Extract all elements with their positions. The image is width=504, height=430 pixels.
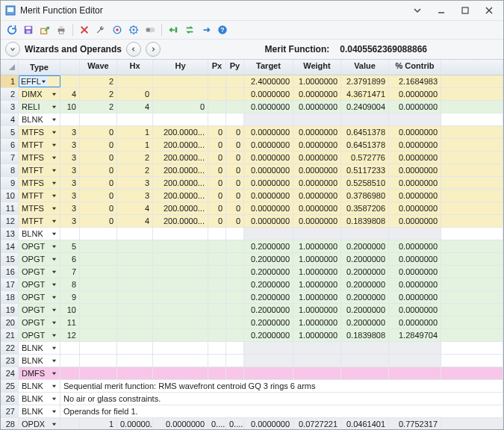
p1-cell[interactable]: 10 (60, 304, 80, 316)
close-button[interactable] (479, 4, 499, 17)
col-p1[interactable] (60, 60, 80, 75)
p1-cell[interactable]: 4 (60, 88, 80, 100)
px-cell[interactable]: 0 (208, 202, 226, 214)
row-number[interactable]: 20 (1, 317, 19, 328)
target-cell[interactable]: 0.2000000 (244, 291, 293, 303)
type-cell[interactable]: MTFS (19, 152, 60, 163)
weight-cell[interactable]: 1.0000000 (293, 266, 341, 278)
comment-cell[interactable]: Sequential merit function: RMS wavefront… (60, 380, 503, 392)
weight-cell[interactable]: 1.0000000 (293, 291, 341, 303)
next-button[interactable] (146, 42, 161, 57)
wave-cell[interactable] (80, 266, 117, 278)
save-icon[interactable] (22, 23, 35, 37)
value-cell[interactable]: 0.2409004 (341, 101, 389, 113)
row-number[interactable]: 10 (1, 190, 19, 202)
hy-cell[interactable] (153, 240, 208, 252)
weight-cell[interactable]: 1.0000000 (293, 253, 341, 265)
table-row[interactable]: 23BLNK (1, 355, 503, 367)
hy-cell[interactable]: 200.0000... (153, 202, 208, 214)
type-cell[interactable]: MTFT (19, 139, 60, 151)
row-number[interactable]: 15 (1, 253, 19, 265)
wave-cell[interactable]: 0 (80, 202, 117, 214)
type-cell[interactable]: OPGT (19, 240, 60, 252)
px-cell[interactable] (208, 329, 226, 341)
target-cell[interactable]: 0.2000000 (244, 304, 293, 316)
hy-cell[interactable] (153, 266, 208, 278)
px-cell[interactable]: 0 (208, 177, 226, 189)
value-cell[interactable]: 0.6451378 (341, 126, 389, 138)
delete-icon[interactable] (78, 23, 91, 37)
p1-cell[interactable]: 8 (60, 278, 80, 290)
contrib-cell[interactable]: 0.0000000 (389, 240, 441, 252)
row-number[interactable]: 28 (1, 418, 19, 429)
table-row[interactable]: 15OPGT60.20000001.00000000.20000000.0000… (1, 253, 503, 266)
row-number[interactable]: 5 (1, 126, 19, 138)
target-cell[interactable]: 0.2000000 (244, 253, 293, 265)
go-end-icon[interactable] (199, 23, 213, 37)
col-type[interactable]: Type (19, 60, 60, 75)
hy-cell[interactable]: 0.0000000 (153, 418, 208, 429)
py-cell[interactable] (226, 101, 244, 113)
hx-cell[interactable]: 2 (117, 164, 153, 176)
table-row[interactable]: 20OPGT110.20000001.00000000.20000000.000… (1, 317, 503, 329)
refresh-icon[interactable] (5, 23, 19, 37)
px-cell[interactable] (208, 88, 226, 100)
target-cell[interactable]: 0.0000000 (244, 418, 293, 429)
col-contrib[interactable]: % Contrib (389, 60, 441, 75)
wave-cell[interactable]: 0 (80, 190, 117, 202)
value-cell[interactable]: 2.3791899 (341, 75, 389, 87)
contrib-cell[interactable]: 0.0000000 (389, 266, 441, 278)
type-cell[interactable]: OPGT (19, 266, 60, 278)
px-cell[interactable] (208, 253, 226, 265)
type-cell[interactable]: MTFS (19, 177, 60, 189)
type-cell[interactable]: OPGT (19, 278, 60, 290)
contrib-cell[interactable]: 0.0000000 (389, 253, 441, 265)
weight-cell[interactable]: 1.0000000 (293, 317, 341, 328)
weight-cell[interactable]: 0.0000000 (293, 126, 341, 138)
target-cell[interactable]: 0.0000000 (244, 101, 293, 113)
row-number[interactable]: 3 (1, 101, 19, 113)
type-cell[interactable]: OPGT (19, 329, 60, 341)
py-cell[interactable] (226, 88, 244, 100)
p1-cell[interactable]: 3 (60, 139, 80, 151)
row-number[interactable]: 13 (1, 228, 19, 240)
py-cell[interactable]: 0 (226, 139, 244, 151)
type-cell[interactable]: OPGT (19, 253, 60, 265)
table-row[interactable]: 10MTFT303200.0000...000.00000000.0000000… (1, 190, 503, 202)
value-cell[interactable]: 0.2000000 (341, 253, 389, 265)
swap-icon[interactable] (183, 23, 196, 37)
weight-cell[interactable]: 1.0000000 (293, 240, 341, 252)
prev-button[interactable] (126, 42, 141, 57)
hx-cell[interactable]: 3 (117, 177, 153, 189)
table-row[interactable]: 18OPGT90.20000001.00000000.20000000.0000… (1, 291, 503, 304)
hx-cell[interactable]: 0.00000... (117, 418, 153, 429)
px-cell[interactable]: 0 (208, 215, 226, 227)
table-row[interactable]: 2DIMX4200.00000000.00000004.36714710.000… (1, 88, 503, 101)
contrib-cell[interactable]: 0.0000000 (389, 152, 441, 163)
py-cell[interactable]: 0 (226, 215, 244, 227)
weight-cell[interactable]: 1.0000000 (293, 278, 341, 290)
weight-cell[interactable]: 0.0000000 (293, 215, 341, 227)
grid-body[interactable]: 1EFFL22.40000001.00000002.37918992.16849… (1, 75, 503, 429)
row-number[interactable]: 17 (1, 278, 19, 290)
col-target[interactable]: Target (244, 60, 293, 75)
type-cell[interactable]: MTFS (19, 126, 60, 138)
wave-cell[interactable] (80, 317, 117, 328)
px-cell[interactable]: 0 (208, 164, 226, 176)
hy-cell[interactable] (153, 253, 208, 265)
row-number[interactable]: 19 (1, 304, 19, 316)
wave-cell[interactable]: 2 (80, 75, 117, 87)
contrib-cell[interactable]: 2.1684983 (389, 75, 441, 87)
contrib-cell[interactable]: 0.0000000 (389, 139, 441, 151)
hx-cell[interactable] (117, 329, 153, 341)
type-cell[interactable]: OPGT (19, 317, 60, 328)
py-cell[interactable]: 0 (226, 190, 244, 202)
py-cell[interactable]: 0 (226, 177, 244, 189)
p1-cell[interactable]: 6 (60, 253, 80, 265)
p1-cell[interactable]: 3 (60, 215, 80, 227)
px-cell[interactable] (208, 278, 226, 290)
p1-cell[interactable]: 7 (60, 266, 80, 278)
row-number[interactable]: 6 (1, 139, 19, 151)
py-cell[interactable]: 0 (226, 202, 244, 214)
py-cell[interactable] (226, 266, 244, 278)
